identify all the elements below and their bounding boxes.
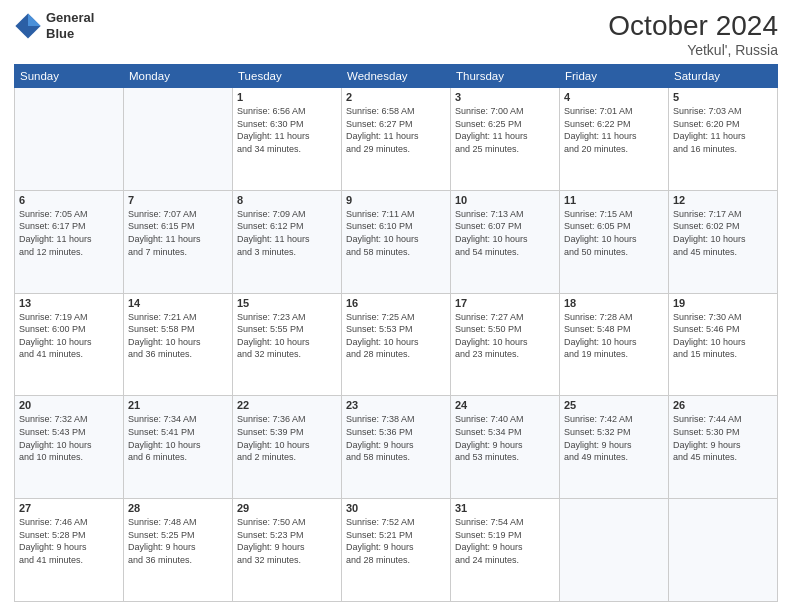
day-info: Sunrise: 7:50 AM Sunset: 5:23 PM Dayligh… — [237, 516, 337, 566]
day-number: 2 — [346, 91, 446, 103]
day-info: Sunrise: 7:38 AM Sunset: 5:36 PM Dayligh… — [346, 413, 446, 463]
day-info: Sunrise: 7:36 AM Sunset: 5:39 PM Dayligh… — [237, 413, 337, 463]
calendar-cell: 16Sunrise: 7:25 AM Sunset: 5:53 PM Dayli… — [342, 293, 451, 396]
page: General Blue October 2024 Yetkul', Russi… — [0, 0, 792, 612]
svg-marker-1 — [28, 13, 41, 26]
calendar-cell — [124, 88, 233, 191]
day-info: Sunrise: 7:19 AM Sunset: 6:00 PM Dayligh… — [19, 311, 119, 361]
week-row-5: 27Sunrise: 7:46 AM Sunset: 5:28 PM Dayli… — [15, 499, 778, 602]
calendar-cell: 12Sunrise: 7:17 AM Sunset: 6:02 PM Dayli… — [669, 190, 778, 293]
day-info: Sunrise: 7:11 AM Sunset: 6:10 PM Dayligh… — [346, 208, 446, 258]
day-info: Sunrise: 7:09 AM Sunset: 6:12 PM Dayligh… — [237, 208, 337, 258]
calendar-cell: 24Sunrise: 7:40 AM Sunset: 5:34 PM Dayli… — [451, 396, 560, 499]
calendar-cell: 21Sunrise: 7:34 AM Sunset: 5:41 PM Dayli… — [124, 396, 233, 499]
day-info: Sunrise: 7:07 AM Sunset: 6:15 PM Dayligh… — [128, 208, 228, 258]
day-number: 20 — [19, 399, 119, 411]
day-info: Sunrise: 7:52 AM Sunset: 5:21 PM Dayligh… — [346, 516, 446, 566]
day-number: 4 — [564, 91, 664, 103]
day-info: Sunrise: 7:05 AM Sunset: 6:17 PM Dayligh… — [19, 208, 119, 258]
day-number: 6 — [19, 194, 119, 206]
weekday-header-tuesday: Tuesday — [233, 65, 342, 88]
calendar-cell: 17Sunrise: 7:27 AM Sunset: 5:50 PM Dayli… — [451, 293, 560, 396]
calendar-cell: 26Sunrise: 7:44 AM Sunset: 5:30 PM Dayli… — [669, 396, 778, 499]
logo-icon — [14, 12, 42, 40]
day-info: Sunrise: 7:23 AM Sunset: 5:55 PM Dayligh… — [237, 311, 337, 361]
day-info: Sunrise: 7:00 AM Sunset: 6:25 PM Dayligh… — [455, 105, 555, 155]
day-info: Sunrise: 7:46 AM Sunset: 5:28 PM Dayligh… — [19, 516, 119, 566]
weekday-header-monday: Monday — [124, 65, 233, 88]
weekday-header-row: SundayMondayTuesdayWednesdayThursdayFrid… — [15, 65, 778, 88]
day-number: 15 — [237, 297, 337, 309]
day-number: 12 — [673, 194, 773, 206]
day-number: 27 — [19, 502, 119, 514]
day-info: Sunrise: 7:28 AM Sunset: 5:48 PM Dayligh… — [564, 311, 664, 361]
calendar-cell: 6Sunrise: 7:05 AM Sunset: 6:17 PM Daylig… — [15, 190, 124, 293]
week-row-4: 20Sunrise: 7:32 AM Sunset: 5:43 PM Dayli… — [15, 396, 778, 499]
day-info: Sunrise: 7:48 AM Sunset: 5:25 PM Dayligh… — [128, 516, 228, 566]
logo: General Blue — [14, 10, 94, 41]
calendar-cell: 3Sunrise: 7:00 AM Sunset: 6:25 PM Daylig… — [451, 88, 560, 191]
day-number: 1 — [237, 91, 337, 103]
calendar-cell: 20Sunrise: 7:32 AM Sunset: 5:43 PM Dayli… — [15, 396, 124, 499]
calendar-cell: 19Sunrise: 7:30 AM Sunset: 5:46 PM Dayli… — [669, 293, 778, 396]
week-row-3: 13Sunrise: 7:19 AM Sunset: 6:00 PM Dayli… — [15, 293, 778, 396]
header: General Blue October 2024 Yetkul', Russi… — [14, 10, 778, 58]
day-number: 9 — [346, 194, 446, 206]
calendar-cell: 11Sunrise: 7:15 AM Sunset: 6:05 PM Dayli… — [560, 190, 669, 293]
week-row-1: 1Sunrise: 6:56 AM Sunset: 6:30 PM Daylig… — [15, 88, 778, 191]
day-number: 10 — [455, 194, 555, 206]
weekday-header-friday: Friday — [560, 65, 669, 88]
day-info: Sunrise: 7:30 AM Sunset: 5:46 PM Dayligh… — [673, 311, 773, 361]
title-block: October 2024 Yetkul', Russia — [608, 10, 778, 58]
weekday-header-sunday: Sunday — [15, 65, 124, 88]
calendar-cell: 4Sunrise: 7:01 AM Sunset: 6:22 PM Daylig… — [560, 88, 669, 191]
day-number: 26 — [673, 399, 773, 411]
calendar-cell: 29Sunrise: 7:50 AM Sunset: 5:23 PM Dayli… — [233, 499, 342, 602]
calendar-cell: 25Sunrise: 7:42 AM Sunset: 5:32 PM Dayli… — [560, 396, 669, 499]
day-info: Sunrise: 7:25 AM Sunset: 5:53 PM Dayligh… — [346, 311, 446, 361]
calendar-cell: 18Sunrise: 7:28 AM Sunset: 5:48 PM Dayli… — [560, 293, 669, 396]
day-number: 13 — [19, 297, 119, 309]
calendar-cell — [669, 499, 778, 602]
day-number: 21 — [128, 399, 228, 411]
day-number: 23 — [346, 399, 446, 411]
day-info: Sunrise: 7:27 AM Sunset: 5:50 PM Dayligh… — [455, 311, 555, 361]
calendar-cell: 31Sunrise: 7:54 AM Sunset: 5:19 PM Dayli… — [451, 499, 560, 602]
location-subtitle: Yetkul', Russia — [608, 42, 778, 58]
day-info: Sunrise: 7:01 AM Sunset: 6:22 PM Dayligh… — [564, 105, 664, 155]
calendar-cell: 13Sunrise: 7:19 AM Sunset: 6:00 PM Dayli… — [15, 293, 124, 396]
day-info: Sunrise: 7:40 AM Sunset: 5:34 PM Dayligh… — [455, 413, 555, 463]
calendar-cell: 28Sunrise: 7:48 AM Sunset: 5:25 PM Dayli… — [124, 499, 233, 602]
day-info: Sunrise: 7:15 AM Sunset: 6:05 PM Dayligh… — [564, 208, 664, 258]
day-number: 14 — [128, 297, 228, 309]
week-row-2: 6Sunrise: 7:05 AM Sunset: 6:17 PM Daylig… — [15, 190, 778, 293]
day-number: 31 — [455, 502, 555, 514]
day-info: Sunrise: 7:44 AM Sunset: 5:30 PM Dayligh… — [673, 413, 773, 463]
day-number: 11 — [564, 194, 664, 206]
day-number: 5 — [673, 91, 773, 103]
calendar-cell: 1Sunrise: 6:56 AM Sunset: 6:30 PM Daylig… — [233, 88, 342, 191]
day-info: Sunrise: 6:56 AM Sunset: 6:30 PM Dayligh… — [237, 105, 337, 155]
calendar-cell: 7Sunrise: 7:07 AM Sunset: 6:15 PM Daylig… — [124, 190, 233, 293]
day-number: 25 — [564, 399, 664, 411]
calendar-cell: 15Sunrise: 7:23 AM Sunset: 5:55 PM Dayli… — [233, 293, 342, 396]
calendar-cell: 30Sunrise: 7:52 AM Sunset: 5:21 PM Dayli… — [342, 499, 451, 602]
weekday-header-saturday: Saturday — [669, 65, 778, 88]
day-number: 18 — [564, 297, 664, 309]
day-number: 7 — [128, 194, 228, 206]
day-info: Sunrise: 6:58 AM Sunset: 6:27 PM Dayligh… — [346, 105, 446, 155]
calendar-cell: 23Sunrise: 7:38 AM Sunset: 5:36 PM Dayli… — [342, 396, 451, 499]
day-info: Sunrise: 7:54 AM Sunset: 5:19 PM Dayligh… — [455, 516, 555, 566]
weekday-header-wednesday: Wednesday — [342, 65, 451, 88]
logo-text: General Blue — [46, 10, 94, 41]
calendar-cell — [560, 499, 669, 602]
calendar-cell: 10Sunrise: 7:13 AM Sunset: 6:07 PM Dayli… — [451, 190, 560, 293]
day-number: 30 — [346, 502, 446, 514]
calendar-cell: 27Sunrise: 7:46 AM Sunset: 5:28 PM Dayli… — [15, 499, 124, 602]
calendar-cell: 5Sunrise: 7:03 AM Sunset: 6:20 PM Daylig… — [669, 88, 778, 191]
day-info: Sunrise: 7:42 AM Sunset: 5:32 PM Dayligh… — [564, 413, 664, 463]
day-info: Sunrise: 7:34 AM Sunset: 5:41 PM Dayligh… — [128, 413, 228, 463]
month-title: October 2024 — [608, 10, 778, 42]
day-info: Sunrise: 7:03 AM Sunset: 6:20 PM Dayligh… — [673, 105, 773, 155]
day-number: 17 — [455, 297, 555, 309]
